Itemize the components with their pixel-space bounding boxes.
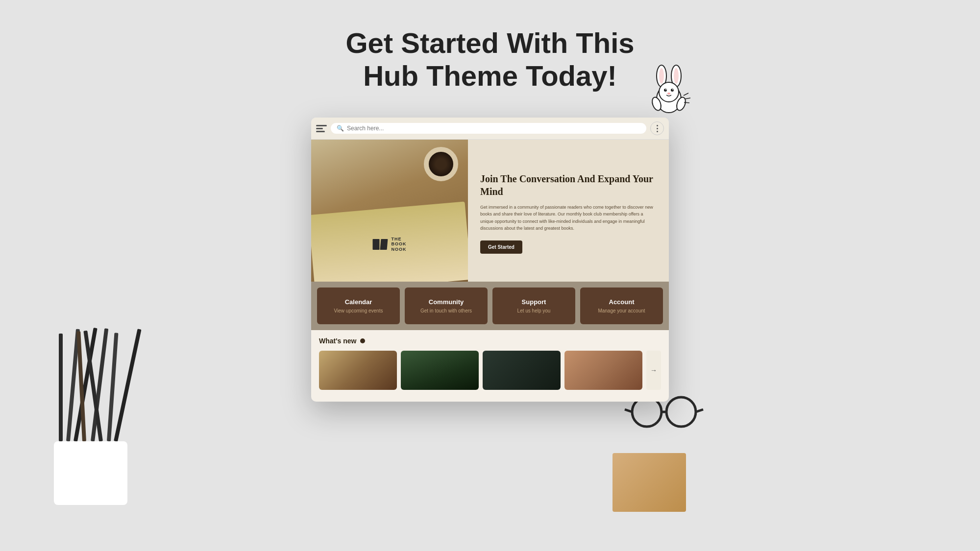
search-input[interactable]	[347, 125, 640, 132]
news-grid: →	[319, 351, 661, 390]
hero-section: THE BOOK NOOK Join The Conversation And …	[311, 140, 669, 282]
nav-card-community-title: Community	[411, 298, 482, 306]
svg-rect-24	[54, 441, 127, 505]
hero-description: Get immersed in a community of passionat…	[480, 204, 657, 232]
nav-card-calendar[interactable]: Calendar View upcoming events	[317, 287, 400, 324]
news-card-1[interactable]	[319, 351, 397, 390]
nav-card-account-title: Account	[586, 298, 657, 306]
menu-dot	[657, 125, 658, 126]
nav-cards-section: Calendar View upcoming events Community …	[311, 282, 669, 330]
svg-rect-16	[59, 334, 63, 441]
nav-card-community-subtitle: Get in touch with others	[411, 308, 482, 313]
nav-card-support-subtitle: Let us help you	[498, 308, 569, 313]
svg-point-25	[632, 397, 662, 427]
nav-card-support[interactable]: Support Let us help you	[492, 287, 575, 324]
news-scroll-arrow[interactable]: →	[646, 351, 661, 390]
browser-window: 🔍 THE BOOK	[311, 118, 669, 402]
mascot-illustration	[647, 64, 691, 120]
nav-card-support-title: Support	[498, 298, 569, 306]
nav-card-calendar-title: Calendar	[323, 298, 394, 306]
svg-point-10	[667, 93, 670, 95]
wood-block-decoration	[612, 453, 686, 512]
browser-toolbar: 🔍	[311, 118, 669, 140]
nav-card-account[interactable]: Account Manage your account	[580, 287, 663, 324]
brand-logo-hero: THE BOOK NOOK	[373, 237, 407, 252]
news-card-3[interactable]	[483, 351, 561, 390]
news-card-4[interactable]	[564, 351, 642, 390]
nav-card-calendar-subtitle: View upcoming events	[323, 308, 394, 313]
svg-point-26	[666, 397, 696, 427]
svg-rect-22	[107, 333, 118, 441]
get-started-button[interactable]: Get Started	[480, 240, 522, 254]
svg-point-3	[674, 68, 679, 84]
nav-card-account-subtitle: Manage your account	[586, 308, 657, 313]
svg-point-9	[672, 89, 673, 90]
nav-card-community[interactable]: Community Get in touch with others	[405, 287, 488, 324]
search-bar[interactable]: 🔍	[331, 123, 646, 134]
svg-point-7	[671, 89, 674, 92]
hero-title: Join The Conversation And Expand Your Mi…	[480, 172, 657, 198]
menu-button[interactable]	[650, 121, 664, 135]
menu-dot	[657, 131, 658, 132]
svg-rect-23	[114, 329, 141, 442]
svg-line-28	[625, 409, 632, 412]
search-icon: 🔍	[337, 125, 344, 132]
new-indicator-dot	[360, 338, 365, 343]
news-card-2[interactable]	[401, 351, 479, 390]
hero-content: Join The Conversation And Expand Your Mi…	[468, 140, 669, 282]
svg-line-15	[684, 102, 689, 103]
pencil-cup-decoration	[29, 324, 167, 512]
whats-new-header: What's new	[319, 337, 661, 345]
whats-new-title: What's new	[319, 337, 356, 345]
svg-point-5	[659, 82, 679, 102]
svg-line-13	[684, 93, 688, 96]
svg-point-8	[665, 89, 666, 90]
svg-point-2	[659, 68, 664, 84]
page-title: Get Started With This Hub Theme Today!	[345, 27, 634, 92]
hero-image: THE BOOK NOOK	[311, 140, 468, 282]
brand-logo	[316, 123, 327, 134]
svg-line-14	[685, 98, 690, 99]
whats-new-section: What's new →	[311, 330, 669, 395]
menu-dot	[657, 128, 658, 129]
svg-line-29	[696, 409, 703, 412]
svg-point-6	[664, 89, 667, 92]
